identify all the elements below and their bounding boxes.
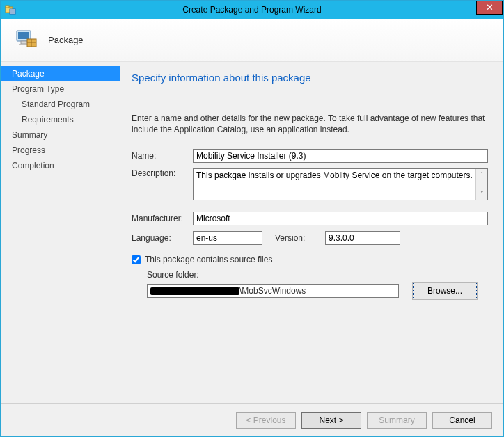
source-files-checkbox-label: This package contains source files [145, 255, 272, 264]
source-folder-suffix: \MobSvcWindows [239, 286, 306, 296]
name-label: Name: [132, 151, 193, 161]
cancel-button[interactable]: Cancel [432, 412, 492, 429]
nav-standard-program[interactable]: Standard Program [1, 97, 120, 112]
window-title: Create Package and Program Wizard [1, 5, 503, 15]
version-label: Version: [275, 233, 325, 243]
source-folder-label: Source folder: [147, 270, 488, 280]
intro-text: Enter a name and other details for the n… [132, 113, 488, 135]
scroll-down-icon[interactable]: ˅ [476, 189, 487, 200]
scroll-up-icon[interactable]: ˄ [476, 169, 487, 180]
header-band: Package [1, 19, 503, 62]
description-scrollbar[interactable]: ˄ ˅ [475, 169, 487, 200]
source-files-checkbox[interactable] [132, 255, 141, 264]
description-label: Description: [132, 168, 193, 178]
next-button[interactable]: Next > [301, 412, 361, 429]
source-folder-input[interactable]: \MobSvcWindows [147, 284, 399, 298]
nav-package[interactable]: Package [1, 66, 120, 81]
version-input[interactable] [325, 231, 400, 245]
close-button[interactable]: ✕ [476, 1, 503, 15]
wizard-window: Create Package and Program Wizard ✕ Pack… [0, 0, 504, 437]
summary-button: Summary [367, 412, 427, 429]
svg-rect-6 [18, 32, 29, 39]
titlebar: Create Package and Program Wizard ✕ [1, 1, 503, 19]
nav-program-type[interactable]: Program Type [1, 81, 120, 97]
package-icon [13, 26, 38, 54]
nav-summary[interactable]: Summary [1, 127, 120, 143]
svg-rect-7 [21, 41, 26, 44]
language-input[interactable] [193, 231, 262, 245]
manufacturer-input[interactable] [193, 212, 488, 225]
name-input[interactable] [193, 149, 488, 163]
svg-rect-1 [6, 6, 9, 8]
manufacturer-label: Manufacturer: [132, 214, 193, 223]
description-input[interactable]: This packgae installs or upgrades Mobiit… [194, 169, 475, 200]
wizard-sidebar: Package Program Type Standard Program Re… [1, 62, 120, 403]
nav-progress[interactable]: Progress [1, 143, 120, 158]
app-icon [5, 4, 16, 15]
previous-button: < Previous [236, 412, 296, 429]
wizard-body: Package Program Type Standard Program Re… [1, 62, 503, 403]
header-title: Package [48, 35, 84, 45]
wizard-content: Specify information about this package E… [120, 62, 503, 403]
redacted-path [150, 287, 239, 295]
nav-completion[interactable]: Completion [1, 158, 120, 173]
browse-button[interactable]: Browse... [413, 283, 477, 299]
wizard-footer: < Previous Next > Summary Cancel [1, 403, 503, 436]
page-heading: Specify information about this package [132, 72, 488, 84]
language-label: Language: [132, 233, 193, 243]
nav-requirements[interactable]: Requirements [1, 112, 120, 127]
